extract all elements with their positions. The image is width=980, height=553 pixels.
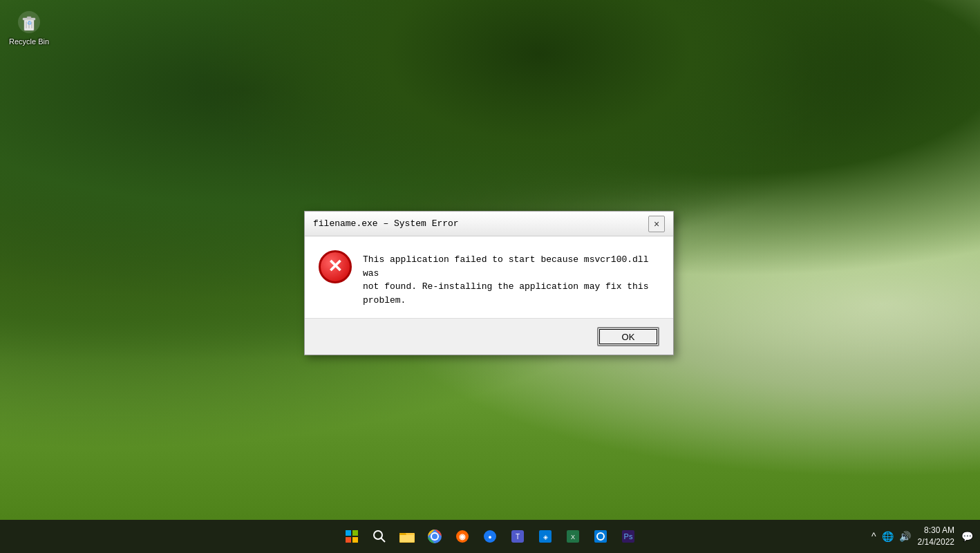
- svg-rect-9: [352, 530, 358, 536]
- svg-rect-11: [352, 537, 358, 543]
- system-tray: ^ 🌐 🔊: [870, 529, 912, 543]
- desktop: ♻ Recycle Bin filename.exe – System Erro…: [0, 0, 980, 553]
- taskbar-app2[interactable]: ●: [478, 524, 502, 549]
- dialog-titlebar: filename.exe – System Error ×: [305, 212, 673, 236]
- svg-rect-16: [400, 535, 414, 542]
- svg-rect-10: [346, 537, 351, 543]
- recycle-bin-label: Recycle Bin: [9, 37, 49, 46]
- dialog-close-button[interactable]: ×: [648, 216, 665, 232]
- error-dialog: filename.exe – System Error × ✕ This app…: [304, 211, 674, 355]
- svg-text:◈: ◈: [543, 534, 548, 541]
- tray-network[interactable]: 🌐: [880, 529, 895, 543]
- svg-rect-3: [27, 17, 31, 19]
- start-button[interactable]: [339, 524, 364, 549]
- svg-point-19: [432, 534, 437, 539]
- taskbar-app7[interactable]: Ps: [616, 524, 641, 549]
- clock[interactable]: 8:30 AM 2/14/2022: [918, 525, 954, 548]
- taskbar-app5[interactable]: X: [560, 524, 585, 549]
- tray-volume[interactable]: 🔊: [898, 529, 912, 543]
- taskbar-center: ◉ ● T ◈: [339, 524, 641, 549]
- dialog-footer: OK: [305, 318, 673, 355]
- svg-text:◉: ◉: [459, 532, 466, 541]
- dialog-message: This application failed to start because…: [363, 250, 659, 307]
- tray-chevron[interactable]: ^: [870, 529, 878, 543]
- dialog-title: filename.exe – System Error: [313, 218, 459, 229]
- svg-text:T: T: [516, 533, 520, 541]
- svg-line-13: [381, 538, 386, 543]
- taskbar-app1[interactable]: ◉: [450, 524, 475, 549]
- svg-text:X: X: [571, 534, 575, 541]
- error-icon: ✕: [319, 250, 352, 283]
- taskbar-right: ^ 🌐 🔊 8:30 AM 2/14/2022 💬: [870, 525, 974, 548]
- taskbar-app6[interactable]: [588, 524, 613, 549]
- dialog-message-line1: This application failed to start because…: [363, 254, 648, 279]
- taskbar-app3[interactable]: T: [505, 524, 530, 549]
- dialog-body: ✕ This application failed to start becau…: [305, 236, 673, 318]
- notification-icon[interactable]: 💬: [960, 529, 974, 543]
- error-x-symbol: ✕: [328, 257, 343, 275]
- svg-point-12: [374, 531, 382, 539]
- clock-time: 8:30 AM: [918, 525, 954, 536]
- svg-rect-8: [346, 530, 351, 536]
- chrome-button[interactable]: [422, 524, 447, 549]
- recycle-bin-icon[interactable]: ♻ Recycle Bin: [6, 6, 53, 49]
- dialog-message-line2: not found. Re-installing the application…: [363, 281, 648, 306]
- svg-rect-30: [594, 530, 607, 543]
- svg-text:●: ●: [488, 534, 491, 541]
- ok-button[interactable]: OK: [597, 327, 659, 346]
- svg-text:Ps: Ps: [624, 532, 633, 541]
- taskbar-app4[interactable]: ◈: [533, 524, 558, 549]
- file-explorer-button[interactable]: [395, 524, 420, 549]
- search-button[interactable]: [367, 524, 392, 549]
- clock-date: 2/14/2022: [918, 536, 954, 548]
- svg-text:♻: ♻: [27, 20, 32, 26]
- taskbar: ◉ ● T ◈: [0, 520, 980, 553]
